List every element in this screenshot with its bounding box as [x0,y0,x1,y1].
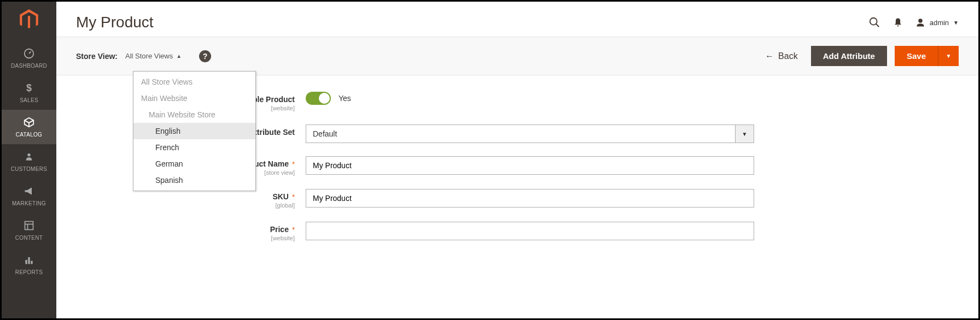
dropdown-item-german[interactable]: German [133,156,255,172]
price-label: Price [270,225,289,234]
sku-input[interactable] [306,189,754,208]
required-mark: * [292,160,295,168]
price-scope: [website] [76,235,295,241]
save-split-button: Save ▼ [895,46,959,66]
layout-icon [24,218,34,233]
svg-point-11 [918,19,923,23]
admin-username: admin [930,19,949,27]
nav-content[interactable]: CONTENT [2,213,56,247]
bell-icon[interactable] [892,16,903,28]
search-icon[interactable] [868,16,880,28]
nav-dashboard[interactable]: DASHBOARD [2,41,56,75]
sku-scope: [global] [76,202,295,209]
admin-sidebar: DASHBOARD $ SALES CATALOG CUSTOMERS MARK… [2,2,56,318]
dashboard-icon [23,46,35,61]
nav-label: CUSTOMERS [11,166,47,172]
nav-marketing[interactable]: MARKETING [2,179,56,213]
nav-label: SALES [20,97,38,103]
store-view-dropdown: All Store Views Main Website Main Websit… [133,71,256,191]
chevron-up-icon: ▲ [176,53,182,59]
enable-product-toggle-text: Yes [339,94,351,103]
back-button[interactable]: ← Back [765,51,798,61]
dropdown-item-store[interactable]: Main Website Store [133,106,255,123]
person-icon [25,150,33,164]
nav-label: CONTENT [15,235,43,241]
price-input[interactable] [306,222,754,240]
save-dropdown-toggle[interactable]: ▼ [938,46,959,66]
box-icon [23,115,35,129]
store-view-label: Store View: [76,52,118,61]
attribute-set-select[interactable]: Default ▼ [306,125,754,143]
dropdown-item-all[interactable]: All Store Views [133,74,255,90]
bar-chart-icon [24,253,34,267]
nav-reports[interactable]: REPORTS [2,247,56,282]
topbar: My Product admin ▼ [56,2,978,37]
svg-point-2 [27,153,30,156]
dropdown-item-spanish[interactable]: Spanish [133,172,255,188]
required-mark: * [292,193,295,201]
page-title: My Product [76,14,154,31]
nav-catalog[interactable]: CATALOG [2,110,56,144]
attribute-set-value: Default [306,125,736,143]
sku-label: SKU [272,192,289,201]
svg-rect-3 [25,222,33,230]
magento-logo[interactable] [18,8,40,31]
back-label: Back [778,51,798,61]
product-name-input[interactable] [306,156,754,175]
dropdown-item-english[interactable]: English [133,123,255,139]
save-button[interactable]: Save [895,46,938,66]
required-mark: * [292,226,295,234]
svg-line-10 [876,24,879,27]
action-toolbar: Store View: All Store Views ▲ ? All Stor… [56,37,978,75]
nav-label: REPORTS [15,269,43,275]
chevron-down-icon: ▼ [736,125,754,143]
nav-label: MARKETING [12,200,46,206]
admin-account-menu[interactable]: admin ▼ [915,17,959,27]
store-view-switcher[interactable]: All Store Views ▲ [125,52,182,60]
nav-label: CATALOG [16,132,42,138]
dollar-icon: $ [24,81,34,95]
svg-point-9 [870,18,877,25]
svg-rect-6 [25,260,27,264]
nav-label: DASHBOARD [11,63,47,69]
svg-text:$: $ [26,82,32,93]
help-icon[interactable]: ? [199,50,211,62]
chevron-down-icon: ▼ [946,53,952,59]
enable-product-toggle[interactable] [306,92,331,105]
nav-sales[interactable]: $ SALES [2,75,56,110]
arrow-left-icon: ← [765,51,774,61]
store-view-current-text: All Store Views [125,52,173,60]
svg-rect-7 [28,257,30,264]
user-icon [915,17,925,27]
nav-customers[interactable]: CUSTOMERS [2,144,56,179]
svg-rect-8 [31,261,32,264]
chevron-down-icon: ▼ [953,20,959,26]
dropdown-item-french[interactable]: French [133,139,255,156]
megaphone-icon [23,184,35,198]
add-attribute-button[interactable]: Add Attribute [811,46,887,66]
dropdown-item-website[interactable]: Main Website [133,90,255,106]
